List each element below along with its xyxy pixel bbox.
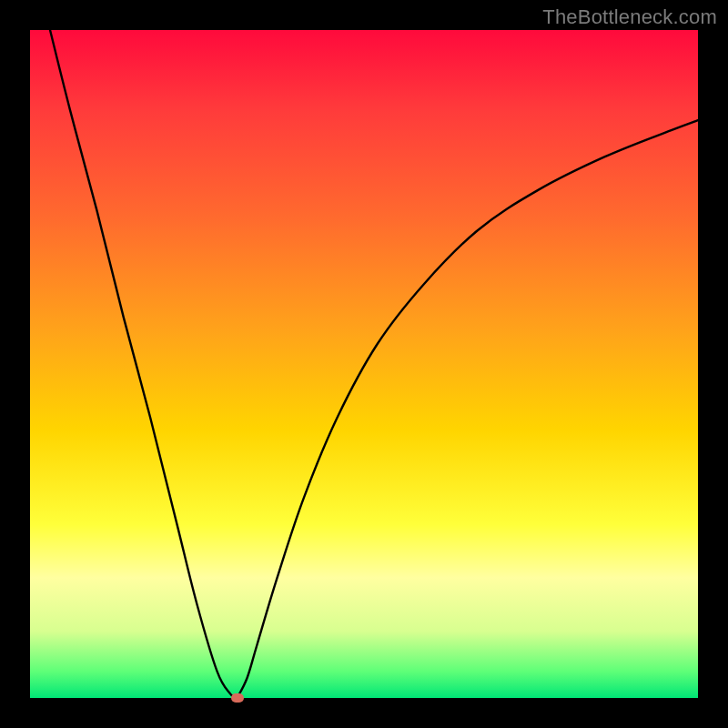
watermark-text: TheBottleneck.com bbox=[542, 5, 717, 29]
plot-area bbox=[30, 30, 698, 698]
chart-frame: TheBottleneck.com bbox=[0, 0, 728, 728]
bottleneck-curve bbox=[30, 30, 698, 698]
optimum-marker bbox=[231, 693, 244, 703]
curve-path bbox=[50, 30, 698, 698]
